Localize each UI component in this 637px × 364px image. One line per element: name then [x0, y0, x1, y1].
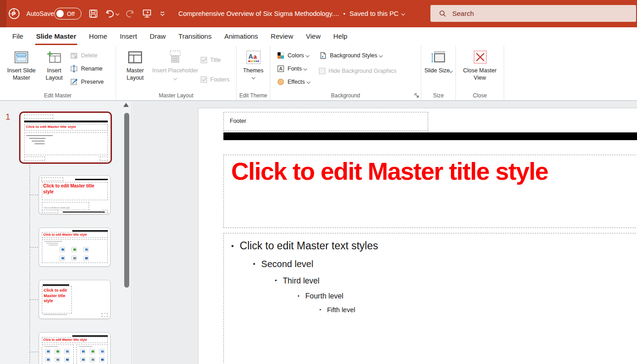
- search-input-box[interactable]: [430, 5, 636, 22]
- close-master-view-button[interactable]: Close Master View: [459, 48, 501, 81]
- panel-scrollbar[interactable]: [124, 113, 129, 288]
- effects-chevron-icon: [307, 80, 310, 84]
- tab-slide-master[interactable]: Slide Master: [30, 27, 82, 46]
- master-layout-button[interactable]: Master Layout: [119, 48, 152, 81]
- insert-placeholder-icon: [168, 49, 182, 66]
- tab-file[interactable]: File: [6, 27, 30, 46]
- slide-size-icon: [431, 49, 446, 66]
- slide-canvas[interactable]: Footer Click to edit Master title style …: [198, 108, 637, 364]
- themes-button[interactable]: A a Themes: [239, 48, 267, 79]
- master-layout-icon: [127, 49, 143, 66]
- mini-master-title: Click to edit Master title style: [26, 125, 76, 129]
- preserve-button[interactable]: Preserve: [70, 76, 104, 88]
- tab-help[interactable]: Help: [327, 27, 354, 46]
- tab-animations[interactable]: Animations: [218, 27, 264, 46]
- bullet-icon: •: [253, 260, 255, 268]
- rename-button[interactable]: Rename: [70, 63, 104, 75]
- svg-text:P: P: [12, 10, 16, 17]
- save-button[interactable]: [88, 9, 98, 19]
- edit-theme-group-label: Edit Theme: [237, 92, 270, 99]
- search-icon: [439, 10, 447, 18]
- slide-size-button[interactable]: Slide Size: [424, 48, 453, 75]
- undo-button[interactable]: [105, 9, 119, 19]
- insert-placeholder-label: Insert Placeholder: [152, 67, 199, 81]
- autosave-state: Off: [67, 10, 75, 17]
- background-styles-chevron-icon: [379, 54, 383, 57]
- thumbnail-layout-title-only[interactable]: Click to edit Master title style: [39, 280, 111, 319]
- body-placeholder[interactable]: •Click to edit Master text styles •Secon…: [223, 233, 637, 364]
- connector-stub: [30, 195, 38, 195]
- rename-icon: [70, 65, 78, 72]
- thumbnail-layout-title-content[interactable]: Click to edit Master title style: [39, 228, 111, 267]
- body-level-3: •Third level: [275, 276, 637, 286]
- save-icon: [88, 9, 98, 19]
- bullet-icon: •: [298, 293, 299, 298]
- tab-draw[interactable]: Draw: [143, 27, 172, 46]
- hide-background-graphics-label: Hide Background Graphics: [329, 68, 396, 74]
- background-styles-button[interactable]: Background Styles: [319, 50, 396, 61]
- effects-icon: [277, 78, 285, 86]
- menu-bar: File Slide Master Home Insert Draw Trans…: [0, 27, 637, 46]
- colors-button[interactable]: Colors: [277, 50, 310, 61]
- footers-checkbox-icon: [201, 76, 207, 83]
- customize-qat-button[interactable]: [159, 10, 166, 18]
- insert-layout-button[interactable]: Insert Layout: [40, 48, 68, 81]
- tab-home[interactable]: Home: [83, 27, 114, 46]
- footers-checkbox-label: Footers: [210, 76, 229, 83]
- toggle-knob: [56, 10, 64, 17]
- mini-content-icons: [45, 349, 70, 362]
- delete-icon: [70, 52, 78, 59]
- save-status: Saved to this PC: [349, 10, 399, 17]
- insert-slide-master-button[interactable]: Insert Slide Master: [3, 48, 40, 81]
- thumbnail-layout-two-content[interactable]: Click to edit Master title style: [39, 332, 111, 364]
- themes-icon: A a: [246, 49, 261, 66]
- save-status-chevron-icon[interactable]: [401, 12, 405, 15]
- start-slideshow-button[interactable]: [142, 8, 152, 19]
- tab-review[interactable]: Review: [264, 27, 299, 46]
- title-placeholder[interactable]: Click to edit Master title style: [223, 155, 637, 228]
- group-master-layout: Master Layout: [116, 46, 237, 100]
- slide-edit-area: Footer Click to edit Master title style …: [132, 101, 637, 364]
- tab-insert[interactable]: Insert: [114, 27, 144, 46]
- doc-title-text: Comprehensive Overview of Six Sigma Meth…: [178, 10, 339, 17]
- colors-chevron-icon: [306, 54, 309, 57]
- powerpoint-icon: P: [8, 7, 20, 20]
- scroll-up-icon[interactable]: [123, 103, 129, 107]
- fonts-label: Fonts: [288, 66, 302, 72]
- title-checkbox-icon: [201, 57, 207, 63]
- preserve-icon: [70, 78, 78, 86]
- footer-placeholder[interactable]: Footer: [223, 112, 428, 131]
- slideshow-icon: [142, 8, 152, 19]
- mini-content-icons: [80, 349, 105, 362]
- insert-slide-master-label: Insert Slide Master: [3, 67, 40, 81]
- tab-transitions[interactable]: Transitions: [172, 27, 218, 46]
- insert-layout-label: Insert Layout: [40, 67, 68, 81]
- bullet-icon: •: [231, 242, 234, 250]
- undo-dropdown-icon[interactable]: [116, 12, 119, 15]
- colors-label: Colors: [288, 52, 304, 59]
- themes-chevron-icon: [251, 75, 255, 79]
- autosave-label: AutoSave: [26, 0, 54, 27]
- background-dialog-launcher[interactable]: [414, 93, 420, 98]
- redo-button-disabled: [125, 9, 135, 19]
- document-title[interactable]: Comprehensive Overview of Six Sigma Meth…: [178, 0, 404, 27]
- insert-layout-icon: [47, 49, 61, 66]
- search-input[interactable]: [451, 9, 624, 18]
- thumbnail-layout-title-slide[interactable]: Click to edit Master title style Click t…: [39, 175, 111, 214]
- fonts-button[interactable]: A Fonts: [277, 63, 310, 75]
- themes-label: Themes: [243, 67, 263, 75]
- background-styles-icon: [319, 52, 327, 59]
- decorative-black-bar[interactable]: [223, 132, 637, 140]
- autosave-toggle[interactable]: Off: [54, 8, 81, 20]
- master-layout-label: Master Layout: [119, 67, 152, 81]
- thumbnail-master-slide[interactable]: Click to edit Master title style: [19, 111, 112, 164]
- mini-content-icons: [60, 247, 89, 261]
- tab-view[interactable]: View: [299, 27, 327, 46]
- body-level-5: •Fifth level: [319, 306, 637, 313]
- body-level-2: •Second level: [253, 259, 637, 269]
- colors-icon: [277, 52, 285, 59]
- titlebar: P AutoSave Off: [0, 0, 637, 27]
- effects-button[interactable]: Effects: [277, 76, 310, 88]
- connector-stub: [30, 352, 38, 352]
- rename-label: Rename: [81, 66, 102, 72]
